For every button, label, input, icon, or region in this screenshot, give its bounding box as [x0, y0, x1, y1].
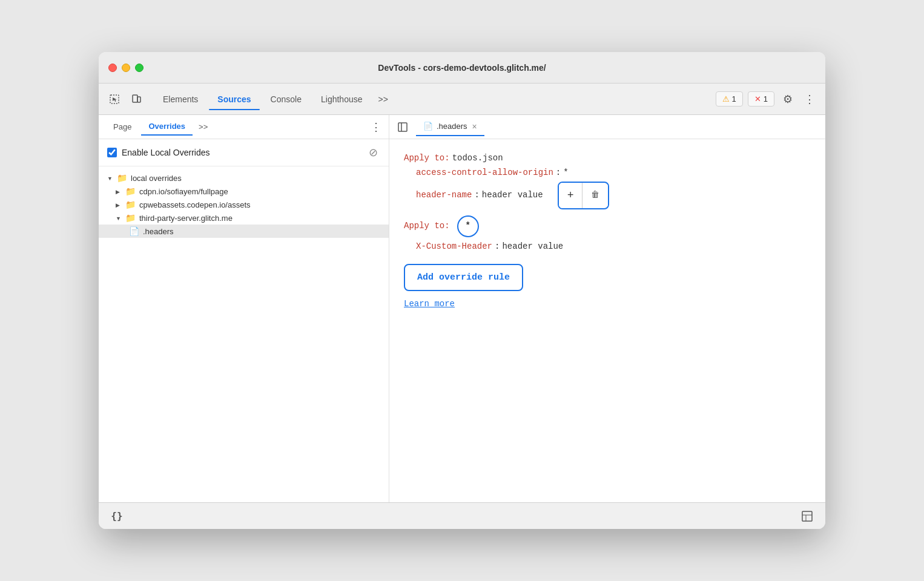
warning-icon: ⚠	[722, 94, 730, 103]
settings-icon[interactable]: ⚙	[779, 91, 796, 108]
tree-item-third-party[interactable]: 📁 third-party-server.glitch.me	[99, 211, 389, 225]
add-header-button[interactable]: +	[559, 183, 583, 209]
header-1-colon: :	[556, 166, 561, 180]
error-icon: ✕	[754, 94, 761, 103]
tree-label-cdpn: cdpn.io/sofiayem/fullpage	[139, 187, 228, 196]
header-3-key: X-Custom-Header	[416, 240, 492, 254]
tab-more-icon[interactable]: >>	[374, 92, 393, 107]
svg-rect-2	[137, 97, 140, 102]
folder-icon: 📁	[125, 200, 136, 209]
folder-icon: 📁	[125, 213, 136, 223]
header-2-colon: :	[474, 188, 479, 203]
tree-item-cdpn[interactable]: 📁 cdpn.io/sofiayem/fullpage	[99, 185, 389, 198]
close-button[interactable]	[108, 64, 117, 72]
header-2-key: header-name	[416, 188, 472, 203]
toolbar-tabs: Elements Sources Console Lighthouse >>	[154, 91, 393, 108]
apply-to-1-value: todos.json	[452, 151, 503, 166]
chevron-right-icon	[116, 188, 122, 195]
toolbar: Elements Sources Console Lighthouse >> ⚠…	[99, 84, 825, 115]
add-override-section: Add override rule Learn more	[404, 264, 811, 312]
editor-panel: 📄 .headers × Apply to: todos.json access…	[389, 115, 825, 502]
svg-rect-1	[133, 95, 137, 102]
editor-tab-headers[interactable]: 📄 .headers ×	[416, 118, 484, 136]
sidebar: Page Overrides >> ⋮ Enable Local Overrid…	[99, 115, 389, 502]
titlebar: DevTools - cors-demo-devtools.glitch.me/	[99, 52, 825, 84]
bottom-bar: {}	[99, 502, 825, 529]
chevron-down-icon	[107, 175, 113, 182]
header-3-value: header value	[502, 240, 563, 254]
chevron-right-icon	[116, 202, 122, 208]
window-title: DevTools - cors-demo-devtools.glitch.me/	[378, 63, 546, 73]
chevron-down-icon	[116, 215, 122, 222]
svg-rect-3	[398, 123, 407, 131]
apply-to-line-2: Apply to: *	[404, 215, 811, 237]
minimize-button[interactable]	[122, 64, 130, 72]
sidebar-tab-more[interactable]: >>	[195, 120, 211, 134]
editor-tabs: 📄 .headers ×	[389, 115, 825, 139]
delete-header-button[interactable]: 🗑	[582, 185, 608, 206]
tree-label-third-party: third-party-server.glitch.me	[139, 214, 233, 223]
header-1-line: access-control-allow-origin : *	[416, 166, 811, 180]
inspect-icon[interactable]	[106, 91, 123, 108]
tree-item-local-overrides[interactable]: 📁 local overrides	[99, 171, 389, 185]
folder-icon: 📁	[125, 186, 136, 196]
warning-count: 1	[732, 94, 736, 103]
add-delete-buttons: + 🗑	[558, 182, 610, 210]
bottom-right	[799, 508, 816, 525]
header-2-line: header-name : header value + 🗑	[416, 182, 811, 210]
apply-to-2-label: Apply to:	[404, 219, 450, 234]
tree-label-local-overrides: local overrides	[131, 174, 182, 183]
enable-overrides-checkbox[interactable]	[107, 148, 117, 157]
tab-elements[interactable]: Elements	[154, 91, 206, 108]
snapshot-icon[interactable]	[799, 508, 816, 525]
learn-more-link[interactable]: Learn more	[404, 297, 811, 312]
enable-overrides-label[interactable]: Enable Local Overrides	[107, 148, 210, 157]
add-override-button[interactable]: Add override rule	[404, 264, 523, 292]
tab-sources[interactable]: Sources	[209, 91, 259, 108]
more-options-icon[interactable]: ⋮	[801, 91, 818, 108]
header-3-colon: :	[495, 240, 500, 254]
tab-lighthouse[interactable]: Lighthouse	[312, 91, 371, 108]
block-icon[interactable]: ⊘	[366, 145, 380, 160]
enable-overrides-bar: Enable Local Overrides ⊘	[99, 139, 389, 166]
device-toggle-icon[interactable]	[128, 91, 145, 108]
header-1-key: access-control-allow-origin	[416, 166, 553, 180]
svg-rect-5	[802, 511, 812, 521]
editor-tab-close[interactable]: ×	[472, 122, 477, 131]
main-content: Page Overrides >> ⋮ Enable Local Overrid…	[99, 115, 825, 502]
sidebar-tab-overrides[interactable]: Overrides	[141, 118, 193, 136]
tree-label-cpwebassets: cpwebassets.codepen.io/assets	[139, 200, 251, 209]
toolbar-right: ⚠ 1 ✕ 1 ⚙ ⋮	[716, 91, 818, 108]
sidebar-tabs: Page Overrides >> ⋮	[99, 115, 389, 139]
apply-to-1-label: Apply to:	[404, 151, 450, 166]
apply-to-2-value[interactable]: *	[457, 215, 479, 237]
header-2-value: header value	[482, 188, 543, 203]
error-count: 1	[764, 94, 768, 103]
error-badge[interactable]: ✕ 1	[748, 91, 774, 107]
sidebar-tab-page[interactable]: Page	[106, 119, 139, 135]
tab-console[interactable]: Console	[262, 91, 310, 108]
sidebar-more-icon[interactable]: ⋮	[371, 122, 381, 133]
folder-icon: 📁	[117, 173, 127, 183]
tree-item-cpwebassets[interactable]: 📁 cpwebassets.codepen.io/assets	[99, 198, 389, 211]
editor-content: Apply to: todos.json access-control-allo…	[389, 139, 825, 502]
file-tree: 📁 local overrides 📁 cdpn.io/sofiayem/ful…	[99, 166, 389, 502]
collapse-sidebar-icon[interactable]	[394, 119, 411, 136]
header-1-value: *	[563, 166, 568, 180]
apply-to-line-1: Apply to: todos.json	[404, 151, 811, 166]
format-icon[interactable]: {}	[108, 508, 125, 525]
devtools-window: DevTools - cors-demo-devtools.glitch.me/…	[99, 52, 825, 529]
tree-item-headers[interactable]: 📄 .headers	[99, 225, 389, 238]
editor-tab-name: .headers	[437, 122, 467, 131]
file-tab-icon: 📄	[423, 122, 433, 131]
header-3-line: X-Custom-Header : header value	[416, 240, 811, 254]
maximize-button[interactable]	[135, 64, 144, 72]
file-icon: 📄	[129, 226, 139, 236]
traffic-lights	[108, 64, 144, 72]
warning-badge[interactable]: ⚠ 1	[716, 91, 743, 107]
tree-label-headers: .headers	[143, 227, 174, 236]
